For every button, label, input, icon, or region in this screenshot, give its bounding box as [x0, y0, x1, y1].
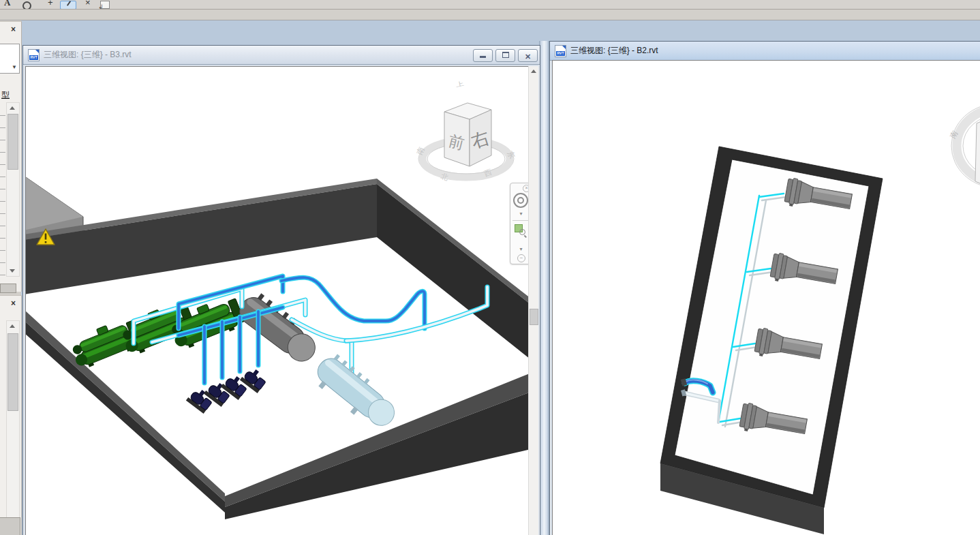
panel-button[interactable]	[0, 517, 20, 535]
viewcube-top-label: 上	[455, 80, 465, 88]
navbar-collapse-icon[interactable]: −	[517, 254, 525, 262]
panel-button[interactable]	[0, 284, 16, 293]
scroll-thumb[interactable]	[530, 309, 538, 325]
viewcube[interactable]: 南 东 北 西 上 前 右	[415, 80, 517, 182]
properties-scrollbar[interactable]	[6, 102, 20, 277]
ribbon-toolbar-fragment: A + × ↲	[0, 0, 980, 10]
window-titlebar[interactable]: RVT 三维视图: {三维} - B3.rvt ✕	[23, 46, 540, 65]
project-browser-panel: ×	[0, 295, 22, 535]
window-title: 三维视图: {三维} - B3.rvt	[44, 49, 132, 61]
dock-column: × ▼ 型 ×	[0, 20, 21, 535]
close-icon[interactable]: ×	[8, 299, 18, 309]
scroll-up-icon[interactable]	[10, 324, 15, 328]
orbit-tool-icon[interactable]	[22, 1, 31, 10]
text-tool-icon[interactable]: A	[4, 0, 10, 8]
rvt-doc-icon: RVT	[28, 49, 40, 61]
window-titlebar[interactable]: RVT 三维视图: {三维} - B2.rvt	[550, 42, 980, 61]
close-button[interactable]: ✕	[518, 49, 538, 62]
scroll-up-icon[interactable]	[10, 106, 15, 110]
chevron-down-icon: ▼	[12, 64, 17, 70]
close-icon: ✕	[525, 52, 531, 61]
type-selector-dropdown[interactable]: ▼	[0, 44, 20, 74]
scroll-down-icon[interactable]	[10, 269, 15, 273]
measure-tool-icon-selected[interactable]	[60, 1, 76, 10]
scene-b3-svg: 南 东 北 西 上 前 右	[26, 67, 532, 535]
restore-icon	[502, 52, 509, 58]
close-icon[interactable]: ×	[8, 25, 18, 35]
mdi-client-area: × ▼ 型 ×	[0, 20, 980, 535]
erase-tool-icon[interactable]: ×	[85, 0, 91, 7]
view-scrollbar[interactable]	[528, 66, 538, 535]
scene-b2-svg: 南	[553, 61, 980, 535]
steering-wheel-icon[interactable]	[513, 193, 528, 208]
viewcube-face-sliver[interactable]	[975, 121, 980, 184]
scroll-up-icon[interactable]	[531, 70, 536, 73]
scroll-thumb[interactable]	[7, 333, 18, 411]
view-window-b2[interactable]: RVT 三维视图: {三维} - B2.rvt	[549, 41, 980, 535]
scroll-thumb[interactable]	[7, 114, 18, 170]
pin-tool-icon[interactable]: +	[48, 0, 53, 7]
properties-panel: × ▼ 型	[0, 21, 22, 292]
view-window-b3[interactable]: RVT 三维视图: {三维} - B3.rvt ✕	[22, 45, 540, 535]
minimize-icon	[480, 56, 486, 58]
minimize-button[interactable]	[473, 49, 493, 62]
property-grid-rows	[0, 104, 5, 275]
zoom-tool-icon[interactable]	[515, 224, 525, 235]
divider	[512, 220, 529, 221]
viewport-3d-b3[interactable]: 南 东 北 西 上 前 右 × ▾	[25, 66, 533, 535]
paste-tool-icon[interactable]: ↲	[100, 1, 110, 9]
restore-button[interactable]	[495, 49, 515, 62]
mdi-gap	[539, 41, 549, 535]
edit-type-link[interactable]: 型	[1, 89, 10, 101]
window-title: 三维视图: {三维} - B2.rvt	[570, 45, 658, 57]
browser-scrollbar[interactable]	[6, 320, 20, 535]
revit-application: A + × ↲ × ▼ 型 ×	[0, 0, 980, 535]
viewcube-partial[interactable]: 南	[948, 104, 980, 188]
viewport-3d-b2[interactable]: 南	[552, 60, 980, 535]
rvt-doc-icon: RVT	[555, 45, 566, 57]
